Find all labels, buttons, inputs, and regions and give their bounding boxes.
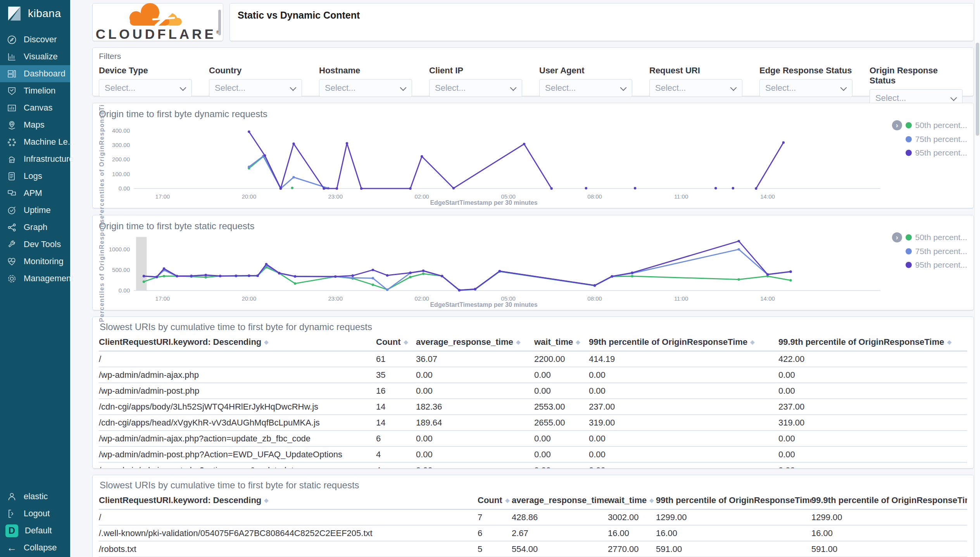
data-point — [372, 284, 374, 286]
table-cell: 36.07 — [416, 351, 534, 367]
table-row: /robots.txt5554.002770.00591.00591.00 — [99, 541, 967, 557]
table-cell: /robots.txt — [99, 541, 478, 557]
kibana-logo[interactable]: kibana — [0, 0, 70, 26]
column-header[interactable]: ClientRequestURI.keyword: Descending — [99, 491, 478, 509]
legend-dot-50th — [906, 234, 912, 240]
column-header[interactable]: 99.9th percentile of OriginResponseTime — [811, 491, 967, 509]
x-axis-tick: 05:00 — [501, 193, 516, 200]
sort-icon[interactable] — [649, 496, 655, 505]
x-axis-tick: 11:00 — [674, 295, 688, 302]
table-cell: 0.00 — [534, 367, 589, 383]
x-axis-tick: 02:00 — [414, 193, 429, 200]
sidebar-item-apm[interactable]: APM — [0, 185, 70, 202]
sort-icon[interactable] — [576, 338, 581, 347]
sidebar-item-infrastructure[interactable]: Infrastructure — [0, 150, 70, 168]
column-header[interactable]: wait_time — [534, 333, 589, 351]
data-point — [176, 275, 178, 277]
data-point — [409, 272, 411, 274]
sort-icon[interactable] — [264, 338, 269, 347]
user-agent-select[interactable]: Select... — [539, 79, 632, 97]
legend-expand-icon[interactable]: › — [892, 120, 902, 130]
page-scrollbar[interactable] — [974, 0, 980, 557]
sidebar-item-logout[interactable]: Logout — [0, 505, 70, 522]
timelion-shield-icon — [7, 86, 17, 96]
data-point — [634, 187, 636, 189]
x-axis-tick: 17:00 — [155, 295, 170, 302]
sort-icon[interactable] — [505, 496, 511, 505]
sidebar-item-canvas[interactable]: Canvas — [0, 99, 70, 116]
sidebar-item-elastic-user[interactable]: elastic — [0, 488, 70, 505]
x-axis-title: EdgeStartTimestamp per 30 minutes — [430, 301, 537, 308]
column-header[interactable]: Count — [376, 333, 416, 351]
sort-icon[interactable] — [750, 338, 756, 347]
sidebar-item-collapse[interactable]: ← Collapse — [0, 539, 70, 556]
data-point — [336, 187, 338, 190]
table-cell: 35 — [376, 367, 416, 383]
map-pin-icon — [7, 120, 17, 130]
data-point — [452, 187, 455, 189]
column-header[interactable]: Count — [478, 491, 512, 509]
line-chart-static[interactable]: 0.00500.001000.0017:0020:0023:0002:0005:… — [109, 232, 904, 309]
table-cell: 182.36 — [416, 399, 534, 415]
column-header[interactable]: 99th percentile of OriginResponseTime — [656, 491, 811, 509]
table-cell: 0.00 — [589, 462, 778, 469]
sidebar-item-discover[interactable]: Discover — [0, 31, 70, 48]
y-axis-tick: 0.00 — [119, 185, 130, 192]
sidebar-item-dashboard[interactable]: Dashboard — [0, 65, 70, 82]
sort-icon[interactable] — [264, 496, 269, 505]
sidebar-item-maps[interactable]: Maps — [0, 116, 70, 133]
edge-response-status-select[interactable]: Select... — [759, 79, 852, 97]
country-select[interactable]: Select... — [209, 79, 302, 97]
sidebar-item-uptime[interactable]: Uptime — [0, 202, 70, 219]
column-header[interactable]: average_response_time — [512, 491, 608, 509]
table-cell: 591.00 — [656, 541, 811, 557]
table-cell: 591.00 — [811, 541, 967, 557]
table-cell: 0.00 — [534, 462, 589, 469]
heart-pulse-icon — [7, 256, 17, 267]
data-point — [782, 141, 785, 144]
sidebar-item-dev-tools[interactable]: Dev Tools — [0, 236, 70, 253]
sort-icon[interactable] — [516, 338, 521, 347]
sidebar-item-timelion[interactable]: Timelion — [0, 82, 70, 99]
table-cell: 0.00 — [778, 431, 967, 446]
device-type-select[interactable]: Select... — [99, 79, 192, 97]
legend-dot-95th — [906, 262, 912, 268]
data-point — [190, 275, 192, 277]
data-point — [458, 289, 461, 291]
dynamic-requests-chart-panel: Origin time to first byte dynamic reques… — [92, 103, 974, 208]
x-axis-tick: 14:00 — [760, 295, 775, 302]
sort-icon[interactable] — [947, 338, 952, 347]
sidebar-item-default-space[interactable]: D Default — [0, 522, 70, 539]
sidebar-item-machine-learning[interactable]: Machine Le... — [0, 133, 70, 150]
table-cell: 2200.00 — [534, 351, 589, 367]
table-row: /wp-admin/admin-ajax.php350.000.000.000.… — [99, 367, 967, 383]
column-header[interactable]: average_response_time — [416, 333, 534, 351]
x-axis-tick: 02:00 — [414, 295, 429, 302]
y-axis-tick: 0.00 — [119, 287, 130, 294]
sidebar-item-monitoring[interactable]: Monitoring — [0, 253, 70, 270]
data-point — [143, 280, 145, 283]
static-requests-chart-panel: Origin time to first byte static request… — [92, 215, 974, 310]
sidebar-item-management[interactable]: Management — [0, 270, 70, 287]
legend-expand-icon[interactable]: › — [892, 232, 902, 242]
sidebar-item-visualize[interactable]: Visualize — [0, 48, 70, 65]
sidebar: kibana Discover Visualize Dashboard Time… — [0, 0, 70, 557]
sidebar-item-graph[interactable]: Graph — [0, 219, 70, 236]
client-ip-select[interactable]: Select... — [429, 79, 522, 97]
sort-icon[interactable] — [404, 338, 409, 347]
column-header[interactable]: wait_time — [608, 491, 656, 509]
hostname-select[interactable]: Select... — [319, 79, 412, 97]
table-cell: 0.00 — [534, 431, 589, 446]
page-scrollbar-thumb[interactable] — [976, 43, 979, 136]
panel-scrollbar-thumb[interactable] — [218, 10, 221, 35]
sidebar-item-logs[interactable]: Logs — [0, 168, 70, 185]
line-chart-dynamic[interactable]: 0.00100.00200.00300.00400.0017:0020:0023… — [109, 120, 904, 207]
table-title: Slowest URIs by cumulative time to first… — [100, 322, 967, 332]
data-point — [265, 263, 267, 265]
legend-dot-75th — [906, 136, 912, 142]
request-uri-select[interactable]: Select... — [649, 79, 742, 97]
column-header[interactable]: 99th percentile of OriginResponseTime — [589, 333, 778, 351]
data-point — [422, 272, 424, 275]
column-header[interactable]: ClientRequestURI.keyword: Descending — [99, 333, 376, 351]
column-header[interactable]: 99.9th percentile of OriginResponseTime — [778, 333, 967, 351]
